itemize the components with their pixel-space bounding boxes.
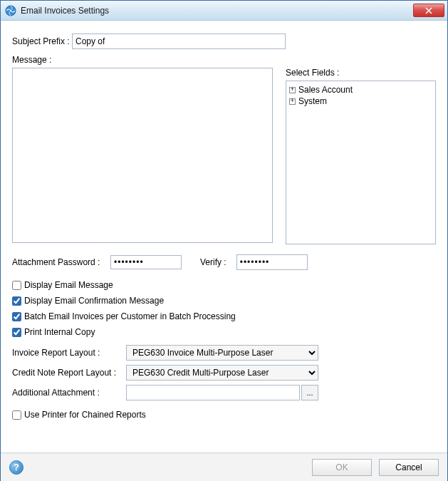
dialog-footer: ? OK Cancel	[1, 452, 447, 481]
titlebar: Email Invoices Settings	[1, 1, 447, 21]
help-icon: ?	[14, 462, 19, 472]
use-printer-chained-label: Use Printer for Chained Reports	[24, 410, 146, 420]
browse-button[interactable]: ...	[301, 385, 318, 400]
help-button[interactable]: ?	[9, 460, 24, 475]
expand-icon[interactable]	[289, 87, 296, 93]
tree-item-label: Sales Account	[298, 85, 353, 95]
credit-layout-select[interactable]: PEG630 Credit Multi-Purpose Laser	[126, 365, 318, 381]
credit-layout-label: Credit Note Report Layout :	[12, 368, 126, 378]
attachment-password-label: Attachment Password :	[12, 257, 105, 267]
subject-prefix-input[interactable]	[72, 33, 286, 49]
invoice-layout-select[interactable]: PEG630 Invoice Multi-Purpose Laser	[126, 345, 318, 361]
display-email-confirmation-checkbox[interactable]	[12, 296, 21, 306]
subject-prefix-label: Subject Prefix :	[12, 36, 72, 46]
batch-email-invoices-label: Batch Email Invoices per Customer in Bat…	[24, 311, 236, 321]
cancel-button[interactable]: Cancel	[379, 459, 439, 476]
dialog-content: Subject Prefix : Message : Select Fields…	[1, 21, 447, 423]
batch-email-invoices-checkbox[interactable]	[12, 312, 21, 321]
display-email-message-label: Display Email Message	[24, 280, 113, 290]
print-internal-copy-label: Print Internal Copy	[24, 327, 95, 337]
attachment-password-input[interactable]	[110, 255, 182, 269]
print-internal-copy-checkbox[interactable]	[12, 328, 21, 337]
display-email-confirmation-label: Display Email Confirmation Message	[24, 296, 164, 306]
invoice-layout-label: Invoice Report Layout :	[12, 348, 126, 358]
additional-attachment-input[interactable]	[126, 385, 300, 400]
message-textarea[interactable]	[12, 68, 273, 243]
fields-tree[interactable]: Sales Account System	[286, 81, 436, 244]
verify-password-input[interactable]	[236, 254, 308, 270]
app-icon	[5, 5, 16, 16]
tree-item-label: System	[298, 96, 327, 106]
message-label: Message :	[12, 55, 436, 65]
tree-item-system[interactable]: System	[288, 95, 434, 107]
use-printer-chained-checkbox[interactable]	[12, 410, 21, 420]
ok-button[interactable]: OK	[312, 459, 372, 476]
verify-label: Verify :	[200, 257, 226, 267]
select-fields-label: Select Fields :	[286, 68, 436, 78]
close-icon	[425, 7, 432, 14]
close-button[interactable]	[413, 4, 444, 17]
window-title: Email Invoices Settings	[21, 6, 413, 16]
display-email-message-checkbox[interactable]	[12, 281, 21, 290]
expand-icon[interactable]	[289, 98, 296, 105]
additional-attachment-label: Additional Attachment :	[12, 388, 126, 398]
tree-item-sales-account[interactable]: Sales Account	[288, 84, 434, 95]
